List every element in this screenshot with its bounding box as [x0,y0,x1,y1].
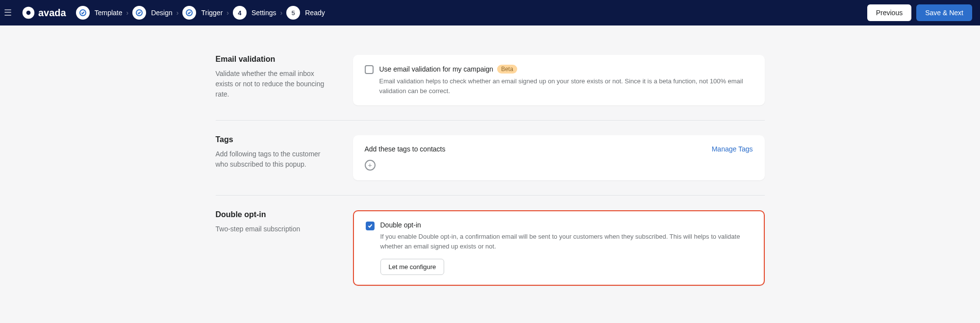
tags-card: Add these tags to contacts Manage Tags + [353,135,765,180]
tags-desc: Add following tags to the customer who s… [216,149,333,170]
configure-button[interactable]: Let me configure [380,259,445,275]
step-ready[interactable]: 5 Ready [286,6,325,20]
tags-card-title: Add these tags to contacts [365,145,446,153]
double-optin-desc: Two-step email subscription [216,224,333,234]
email-validation-title: Email validation [216,55,333,64]
double-optin-checkbox[interactable] [366,222,375,230]
email-validation-checkbox[interactable] [365,65,374,74]
double-optin-help: If you enable Double opt-in, a confirmat… [380,232,752,251]
step-design[interactable]: Design [132,6,173,20]
chevron-icon: › [126,9,129,17]
chevron-icon: › [176,9,179,17]
email-validation-desc: Validate whether the email inbox exists … [216,69,333,99]
email-validation-help: Email validation helps to check whether … [379,76,753,96]
previous-button[interactable]: Previous [867,4,911,21]
beta-badge: Beta [497,65,517,74]
double-optin-label: Double opt-in [380,221,421,229]
double-optin-title: Double opt-in [216,210,333,219]
step-trigger[interactable]: Trigger [182,6,223,20]
step-settings[interactable]: 4 Settings [233,6,276,20]
save-next-button[interactable]: Save & Next [916,4,972,21]
add-tag-icon[interactable]: + [365,160,376,171]
email-validation-label: Use email validation for my campaign [379,65,494,73]
double-optin-card: Double opt-in If you enable Double opt-i… [353,210,765,286]
tags-title: Tags [216,135,333,144]
chevron-icon: › [280,9,283,17]
wizard-steps: Template › Design › Trigger › 4 Settings… [76,6,325,20]
menu-icon[interactable]: ☰ [4,7,12,18]
manage-tags-link[interactable]: Manage Tags [712,145,753,153]
logo: avada [22,6,66,20]
chevron-icon: › [226,9,229,17]
svg-point-1 [26,11,31,15]
email-validation-card: Use email validation for my campaign Bet… [353,55,765,105]
step-template[interactable]: Template [76,6,123,20]
